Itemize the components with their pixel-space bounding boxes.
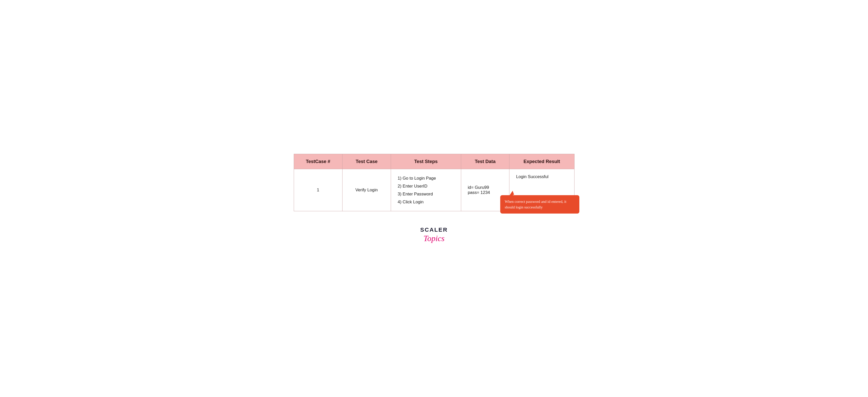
cell-expected-result: Login Successful When correct password a… bbox=[509, 169, 574, 211]
brand-scaler-text: SCALER bbox=[420, 227, 448, 233]
branding-section: SCALER Topics bbox=[420, 227, 448, 243]
result-text: Login Successful bbox=[516, 174, 567, 179]
col-header-test-steps: Test Steps bbox=[391, 154, 461, 169]
table-header-row: TestCase # Test Case Test Steps Test Dat… bbox=[294, 154, 574, 169]
cell-test-case: Verify Login bbox=[342, 169, 391, 211]
table-wrapper: TestCase # Test Case Test Steps Test Dat… bbox=[294, 154, 575, 211]
cell-id: 1 bbox=[294, 169, 342, 211]
cell-test-steps: 1) Go to Login Page 2) Enter UserID 3) E… bbox=[391, 169, 461, 211]
col-header-test-data: Test Data bbox=[461, 154, 509, 169]
col-header-expected-result: Expected Result bbox=[509, 154, 574, 169]
table-row: 1 Verify Login 1) Go to Login Page 2) En… bbox=[294, 169, 574, 211]
test-case-table: TestCase # Test Case Test Steps Test Dat… bbox=[294, 154, 575, 211]
page-container: TestCase # Test Case Test Steps Test Dat… bbox=[294, 154, 575, 243]
col-header-id: TestCase # bbox=[294, 154, 342, 169]
brand-topics-text: Topics bbox=[424, 234, 444, 243]
col-header-test-case: Test Case bbox=[342, 154, 391, 169]
callout-bubble: When correct password and id entered, it… bbox=[500, 195, 579, 213]
